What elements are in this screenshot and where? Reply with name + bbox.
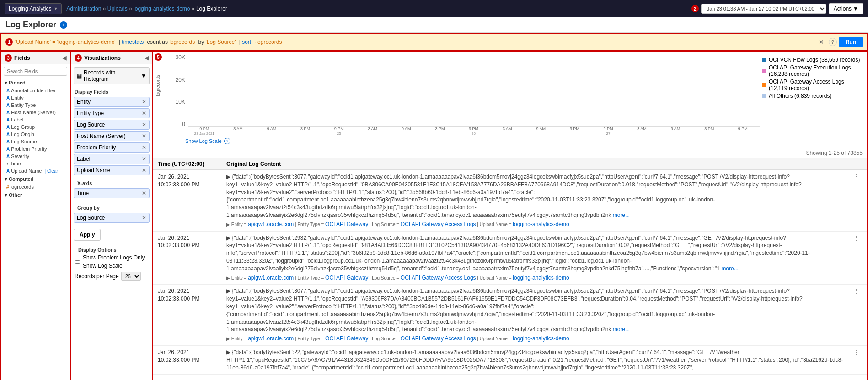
display-field-entity[interactable]: Entity✕ xyxy=(74,97,150,107)
records-per-page-select[interactable]: 25 xyxy=(121,272,141,281)
legend-gateway-exec-color xyxy=(762,69,766,73)
log-meta-3: ▶ Entity = apigw1.oracle.com | Entity Ty… xyxy=(226,335,849,343)
entity-link-1[interactable]: apigw1.oracle.com xyxy=(248,221,294,227)
viz-type-selector[interactable]: ▦ Records with Histogram ▼ xyxy=(74,67,150,84)
log-source-link-3[interactable]: OCI API Gateway Access Logs xyxy=(401,335,476,342)
search-fields-input[interactable] xyxy=(4,67,67,76)
chart-bar-group xyxy=(222,57,255,126)
legend-others: All Others (6,839 records) xyxy=(762,93,863,99)
show-problems-only-checkbox[interactable] xyxy=(75,255,80,261)
display-field-label[interactable]: Label✕ xyxy=(74,154,150,164)
upload-name-link-3[interactable]: logging-analytics-demo xyxy=(513,335,569,342)
field-log-source[interactable]: A Log Source xyxy=(1,138,70,145)
legend-vcn-color xyxy=(762,58,766,62)
entity-link-2[interactable]: apigw1.oracle.com xyxy=(248,274,294,281)
log-row-actions-1[interactable]: ⋮ xyxy=(853,173,863,228)
legend-vcn-label: OCI VCN Flow Logs (38,659 records) xyxy=(769,57,860,63)
xaxis-label: 3 PM xyxy=(289,127,322,136)
log-expand-1[interactable]: ▶ xyxy=(226,174,230,180)
query-logsource-part: 'Log Source' xyxy=(206,39,236,45)
app-selector-arrow-icon: ▼ xyxy=(54,6,58,11)
breadcrumb-demo[interactable]: logging-analytics-demo xyxy=(134,5,190,12)
field-severity[interactable]: A Severity xyxy=(1,153,70,160)
page-header: 5 Log Explorer i xyxy=(0,17,868,33)
query-timestats-part: timestats xyxy=(122,39,144,45)
upload-name-clear[interactable]: | Clear xyxy=(45,169,58,174)
xaxis-label: 9 AM xyxy=(659,127,692,136)
actions-button[interactable]: Actions ▼ xyxy=(829,3,863,14)
field-log-group[interactable]: A Log Group xyxy=(1,123,70,131)
col-time-header: Time (UTC+02:00) xyxy=(158,161,222,167)
chart-yaxis: 30K 20K 10K 0 xyxy=(167,54,185,136)
fields-panel-collapse-icon[interactable]: ◀ xyxy=(62,55,66,61)
field-time[interactable]: ● Time xyxy=(1,160,70,167)
field-entity-type[interactable]: A Entity Type xyxy=(1,101,70,109)
entity-type-link-2[interactable]: OCI API Gateway xyxy=(325,274,368,281)
xaxis-label: 9 AM xyxy=(390,127,423,136)
app-selector[interactable]: Logging Analytics ▼ xyxy=(5,3,62,14)
more-link-1[interactable]: more... xyxy=(613,212,630,218)
groupby-field-remove[interactable]: ✕ xyxy=(142,215,146,221)
time-range-selector[interactable]: Jan 23 01:38 AM - Jan 27 10:02 PM UTC+02… xyxy=(701,4,826,14)
xaxis-label: 3 AM xyxy=(221,127,255,136)
breadcrumb-uploads[interactable]: Uploads xyxy=(107,5,128,12)
more-link-3[interactable]: more... xyxy=(613,326,630,332)
yaxis-label-20k: 20K xyxy=(176,77,185,83)
xaxis-label: 3 AM xyxy=(490,127,524,136)
xaxis-label: 9 AM xyxy=(255,127,289,136)
field-logrecords[interactable]: # logrecords xyxy=(1,183,70,190)
chart-bar-group xyxy=(457,57,490,126)
entity-link-3[interactable]: apigw1.oracle.com xyxy=(248,335,294,342)
viz-panel-collapse-icon[interactable]: ◀ xyxy=(145,55,149,61)
breadcrumb-administration[interactable]: Administration xyxy=(66,5,101,12)
query-help-button[interactable]: ? xyxy=(829,38,837,46)
field-entity[interactable]: A Entity xyxy=(1,94,70,101)
more-link-2[interactable]: more... xyxy=(721,265,738,272)
display-field-problem-priority[interactable]: Problem Priority✕ xyxy=(74,142,150,153)
log-scale-help-icon[interactable]: ? xyxy=(224,138,230,144)
xaxis-field-time[interactable]: Time ✕ xyxy=(74,188,150,198)
groupby-field-logsource[interactable]: Log Source ✕ xyxy=(74,213,150,223)
display-field-upload-name[interactable]: Upload Name✕ xyxy=(74,165,150,175)
entity-type-link-3[interactable]: OCI API Gateway xyxy=(325,335,368,342)
legend-gateway-exec: OCI API Gateway Execution Logs (16,238 r… xyxy=(762,64,863,77)
field-problem-priority[interactable]: A Problem Priority xyxy=(1,145,70,153)
logs-table-header: Time (UTC+02:00) Original Log Content xyxy=(153,158,867,170)
viz-panel-number: 4 xyxy=(75,54,82,62)
other-section-title: ▾ Other xyxy=(1,190,70,199)
log-expand-3[interactable]: ▶ xyxy=(226,288,230,294)
apply-button[interactable]: Apply xyxy=(74,229,101,241)
field-upload-name[interactable]: A Upload Name | Clear xyxy=(1,167,70,174)
display-field-host-name[interactable]: Host Name (Server)✕ xyxy=(74,131,150,141)
log-expand-2[interactable]: ▶ xyxy=(226,235,230,241)
field-host-name[interactable]: A Host Name (Server) xyxy=(1,109,70,116)
run-button[interactable]: Run xyxy=(839,37,863,48)
field-log-origin[interactable]: A Log Origin xyxy=(1,131,70,138)
show-log-scale-row: Show Log Scale xyxy=(75,262,149,270)
display-field-entity-type[interactable]: Entity Type✕ xyxy=(74,108,150,118)
log-source-link-2[interactable]: OCI API Gateway Access Logs xyxy=(401,274,476,281)
field-label[interactable]: A Label xyxy=(1,116,70,123)
log-row-actions-4[interactable]: ⋮ xyxy=(853,348,863,371)
actions-chevron-icon: ▼ xyxy=(853,5,858,12)
chart-bar-group xyxy=(626,57,659,126)
show-log-scale-checkbox[interactable] xyxy=(75,263,80,269)
upload-name-link-1[interactable]: logging-analytics-demo xyxy=(513,221,569,227)
actions-label: Actions xyxy=(834,5,852,12)
log-row-actions-2[interactable]: ⋮ xyxy=(853,234,863,282)
log-row-actions-3[interactable]: ⋮ xyxy=(853,287,863,343)
log-source-link-1[interactable]: OCI API Gateway Access Logs xyxy=(401,221,476,227)
show-log-scale-link[interactable]: Show Log Scale xyxy=(185,137,222,145)
results-info: Showing 1-25 of 73855 xyxy=(153,148,867,158)
page-info-icon[interactable]: i xyxy=(60,21,67,29)
computed-section-title: ▾ Computed xyxy=(1,174,70,183)
entity-type-link-1[interactable]: OCI API Gateway xyxy=(325,221,368,227)
log-expand-4[interactable]: ▶ xyxy=(226,349,230,355)
upload-name-link-2[interactable]: logging-analytics-demo xyxy=(513,274,569,281)
show-log-scale-row: Show Log Scale ? xyxy=(185,137,863,145)
display-field-log-source[interactable]: Log Source✕ xyxy=(74,120,150,130)
xaxis-field-remove[interactable]: ✕ xyxy=(142,190,146,196)
field-annotation-identifier[interactable]: A Annotation Identifier xyxy=(1,87,70,94)
log-content-1: ▶ {"data":{"bodyBytesSent":3077,"gateway… xyxy=(226,173,849,228)
query-clear-button[interactable]: ✕ xyxy=(816,37,826,47)
